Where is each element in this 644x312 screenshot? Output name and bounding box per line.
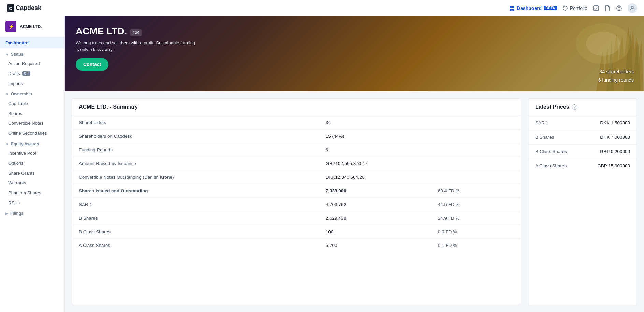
sidebar-item-rsus[interactable]: RSUs	[0, 198, 64, 208]
user-avatar[interactable]	[628, 3, 637, 13]
price-row-label: B Shares	[528, 130, 582, 145]
sidebar-item-shares[interactable]: Shares	[0, 108, 64, 118]
sidebar-item-convertible-notes[interactable]: Convertible Notes	[0, 118, 64, 128]
beta-badge: BETA	[544, 6, 557, 10]
equity-awards-chevron-icon: ▼	[5, 142, 9, 146]
svg-rect-4	[510, 9, 512, 11]
sidebar-section-ownership[interactable]: ▼ Ownership	[0, 88, 64, 99]
action-required-label: Action Required	[8, 61, 40, 66]
prices-row: SAR 1 DKK 1.500000	[528, 116, 637, 130]
sidebar-section-status[interactable]: ▼ Status	[0, 48, 64, 59]
ownership-section-label: Ownership	[11, 92, 32, 96]
sidebar-section-equity-awards[interactable]: ▼ Equity Awards	[0, 138, 64, 148]
summary-row: SAR 1 4,703,762 44.5 FD %	[72, 198, 521, 211]
tasks-icon[interactable]	[593, 5, 599, 11]
contact-button[interactable]: Contact	[76, 58, 108, 71]
prices-table: SAR 1 DKK 1.500000 B Shares DKK 7.000000…	[528, 116, 637, 173]
status-section-label: Status	[11, 52, 24, 57]
price-row-value: GBP 15.000000	[582, 159, 637, 173]
incentive-pool-label: Incentive Pool	[8, 151, 36, 156]
sidebar-item-drafts[interactable]: Drafts Off	[0, 69, 64, 78]
hero-banner: ACME LTD. GB We hug trees and sell them …	[65, 16, 644, 91]
content-area: ACME LTD. - Summary Shareholders 34 Shar…	[65, 91, 644, 312]
latest-prices-label: Latest Prices	[535, 104, 569, 110]
prices-row: B Class Shares GBP 0.200000	[528, 145, 637, 159]
company-name: ACME LTD.	[20, 24, 42, 29]
summary-row-value: 2,629,438	[319, 211, 431, 225]
hero-funding-rounds-stat: 6 funding rounds	[598, 76, 634, 85]
summary-row-pct	[431, 143, 521, 157]
hero-stats: 34 shareholders 6 funding rounds	[598, 68, 634, 85]
summary-row-value: 6	[319, 143, 431, 157]
app-layout: ⚡ ACME LTD. Dashboard ▼ Status Action Re…	[0, 16, 644, 312]
summary-card-title: ACME LTD. - Summary	[72, 99, 521, 116]
logo-text: Capdesk	[16, 4, 41, 12]
summary-row-value: 100	[319, 225, 431, 239]
summary-row-value: 4,703,762	[319, 198, 431, 211]
hero-company-name: ACME LTD.	[76, 26, 127, 37]
drafts-label: Drafts	[8, 71, 20, 76]
sidebar-item-options[interactable]: Options	[0, 158, 64, 168]
sidebar-item-dashboard[interactable]: Dashboard	[0, 37, 64, 48]
summary-row: B Class Shares 100 0.0 FD %	[72, 225, 521, 239]
help-icon[interactable]	[616, 5, 622, 11]
sidebar-item-online-secondaries[interactable]: Online Secondaries	[0, 128, 64, 138]
warrants-label: Warrants	[8, 180, 26, 185]
price-row-value: DKK 7.000000	[582, 130, 637, 145]
summary-row-value: DKK12,340,664.28	[319, 170, 431, 184]
company-logo-icon: ⚡	[5, 21, 16, 32]
sidebar-item-cap-table[interactable]: Cap Table	[0, 99, 64, 108]
sidebar-item-action-required[interactable]: Action Required	[0, 59, 64, 69]
sidebar-item-incentive-pool[interactable]: Incentive Pool	[0, 148, 64, 158]
price-row-label: SAR 1	[528, 116, 582, 130]
dashboard-grid-icon	[509, 5, 515, 11]
price-row-label: B Class Shares	[528, 145, 582, 159]
main-content: ACME LTD. GB We hug trees and sell them …	[65, 16, 644, 312]
drafts-off-badge: Off	[22, 71, 30, 76]
summary-row-label: B Class Shares	[72, 225, 319, 239]
sidebar-item-warrants[interactable]: Warrants	[0, 178, 64, 188]
svg-rect-2	[510, 6, 512, 8]
shares-label: Shares	[8, 111, 22, 116]
price-row-value: DKK 1.500000	[582, 116, 637, 130]
summary-table: Shareholders 34 Shareholders on Capdesk …	[72, 116, 521, 252]
latest-prices-card: Latest Prices ? SAR 1 DKK 1.500000 B Sha…	[528, 98, 637, 305]
hero-shareholders-stat: 34 shareholders	[598, 68, 634, 76]
summary-row-label: B Shares	[72, 211, 319, 225]
latest-prices-help-icon[interactable]: ?	[572, 104, 577, 110]
equity-awards-section-label: Equity Awards	[11, 142, 39, 146]
summary-row-label: Shareholders	[72, 116, 319, 130]
share-grants-label: Share Grants	[8, 170, 34, 176]
sidebar-item-phantom-shares[interactable]: Phantom Shares	[0, 188, 64, 198]
online-secondaries-label: Online Secondaries	[8, 131, 47, 136]
summary-row-value: 5,700	[319, 239, 431, 252]
prices-row: B Shares DKK 7.000000	[528, 130, 637, 145]
portfolio-icon	[562, 5, 568, 11]
company-header[interactable]: ⚡ ACME LTD.	[0, 16, 64, 37]
summary-row-value: 34	[319, 116, 431, 130]
summary-row-label: Shares Issued and Outstanding	[72, 184, 319, 198]
summary-row: Shares Issued and Outstanding 7,339,000 …	[72, 184, 521, 198]
summary-row-pct	[431, 130, 521, 143]
phantom-shares-label: Phantom Shares	[8, 190, 41, 195]
options-label: Options	[8, 161, 24, 166]
sidebar-item-imports[interactable]: Imports	[0, 78, 64, 88]
portfolio-nav-link[interactable]: Portfolio	[562, 5, 587, 11]
dashboard-label: Dashboard	[5, 40, 29, 45]
imports-label: Imports	[8, 81, 23, 86]
summary-card: ACME LTD. - Summary Shareholders 34 Shar…	[72, 98, 521, 305]
sidebar-item-share-grants[interactable]: Share Grants	[0, 168, 64, 178]
dashboard-nav-link[interactable]: Dashboard BETA	[509, 5, 557, 11]
summary-row: B Shares 2,629,438 24.9 FD %	[72, 211, 521, 225]
summary-row-label: Convertible Notes Outstanding (Danish Kr…	[72, 170, 319, 184]
prices-row: A Class Shares GBP 15.000000	[528, 159, 637, 173]
summary-row: Shareholders on Capdesk 15 (44%)	[72, 130, 521, 143]
summary-row: A Class Shares 5,700 0.1 FD %	[72, 239, 521, 252]
summary-row: Convertible Notes Outstanding (Danish Kr…	[72, 170, 521, 184]
sidebar-section-filings[interactable]: ▶ Filings	[0, 208, 64, 218]
app-logo[interactable]: C Capdesk	[7, 4, 41, 12]
convertible-notes-label: Convertible Notes	[8, 121, 43, 126]
portfolio-nav-label: Portfolio	[570, 5, 587, 11]
summary-row: Amount Raised by Issuance GBP102,565,870…	[72, 157, 521, 170]
document-icon[interactable]	[604, 5, 611, 11]
